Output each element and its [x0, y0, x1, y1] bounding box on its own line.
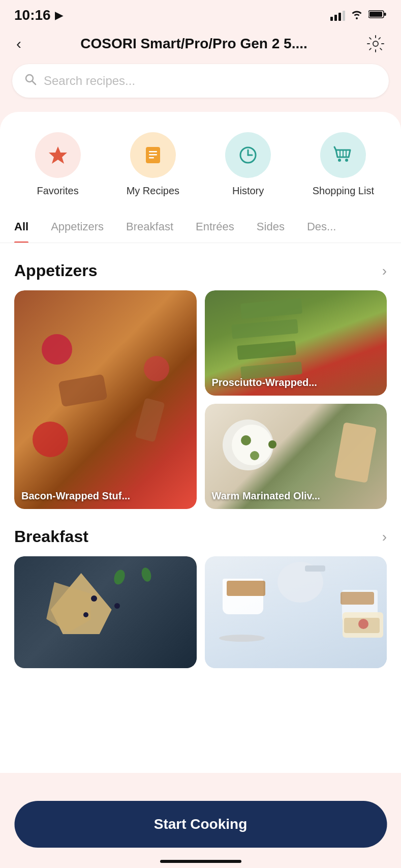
svg-point-4: [26, 75, 33, 82]
recipe-label-prosciutto: Prosciutto-Wrapped...: [212, 377, 380, 388]
tab-appetizers[interactable]: Appetizers: [40, 211, 115, 243]
svg-marker-6: [49, 146, 67, 164]
history-icon: [237, 144, 259, 166]
tab-all[interactable]: All: [14, 211, 40, 243]
appetizers-title: Appetizers: [14, 261, 98, 280]
status-time: 10:16 ▶: [14, 7, 63, 23]
svg-point-3: [373, 41, 378, 46]
shopping-list-label: Shopping List: [313, 185, 374, 197]
main-content: Favorites My Recipes Hist: [0, 112, 401, 773]
history-label: History: [232, 185, 264, 197]
page-title: COSORI Smart/Pro/Pro Gen 2 5....: [23, 36, 364, 52]
tab-entrees[interactable]: Entrées: [184, 211, 245, 243]
recipe-card-warm-olives[interactable]: Warm Marinated Oliv...: [205, 404, 387, 509]
breakfast-title: Breakfast: [14, 527, 88, 546]
svg-rect-10: [149, 157, 154, 159]
breakfast-chevron[interactable]: ›: [382, 529, 387, 545]
gear-icon: [366, 35, 385, 53]
start-cooking-button[interactable]: Start Cooking: [14, 801, 387, 848]
search-placeholder: Search recipes...: [44, 74, 135, 88]
tab-desserts[interactable]: Des...: [296, 211, 347, 243]
star-icon: [47, 144, 69, 166]
recipe-label-warm-olives: Warm Marinated Oliv...: [212, 490, 380, 502]
shopping-cart-icon: [332, 144, 354, 166]
category-history[interactable]: History: [201, 132, 296, 197]
header: ‹ COSORI Smart/Pro/Pro Gen 2 5....: [0, 27, 401, 64]
shopping-icon-bg: [320, 132, 366, 178]
history-icon-bg: [225, 132, 271, 178]
svg-rect-1: [369, 12, 382, 17]
wifi-icon: [350, 9, 363, 22]
search-icon: [24, 73, 37, 88]
recipe-card-scones[interactable]: [14, 556, 197, 668]
location-icon: ▶: [55, 9, 63, 21]
svg-point-19: [345, 159, 348, 162]
recipe-card-tea[interactable]: [205, 556, 387, 668]
back-button[interactable]: ‹: [14, 33, 23, 54]
tab-sides[interactable]: Sides: [245, 211, 296, 243]
search-bar[interactable]: Search recipes...: [12, 64, 389, 98]
start-cooking-container: Start Cooking: [14, 801, 387, 848]
svg-rect-9: [149, 154, 157, 156]
my-recipes-icon-bg: [130, 132, 176, 178]
category-favorites[interactable]: Favorites: [10, 132, 105, 197]
category-my-recipes[interactable]: My Recipes: [105, 132, 200, 197]
filter-tabs: All Appetizers Breakfast Entrées Sides D…: [0, 211, 401, 243]
status-icons: [330, 9, 387, 22]
recipe-card-bacon-wrapped[interactable]: Bacon-Wrapped Stuf...: [14, 290, 197, 509]
favorites-label: Favorites: [37, 185, 79, 197]
battery-icon: [368, 9, 387, 22]
settings-button[interactable]: [364, 33, 387, 55]
recipe-label-bacon-wrapped: Bacon-Wrapped Stuf...: [21, 490, 190, 502]
breakfast-section-header: Breakfast ›: [0, 509, 401, 556]
home-indicator: [160, 860, 241, 863]
svg-point-18: [338, 159, 341, 162]
my-recipes-label: My Recipes: [127, 185, 179, 197]
svg-rect-2: [384, 13, 386, 16]
search-container: Search recipes...: [0, 64, 401, 112]
categories-row: Favorites My Recipes Hist: [0, 112, 401, 211]
svg-line-5: [33, 81, 36, 84]
recipe-card-prosciutto[interactable]: Prosciutto-Wrapped...: [205, 290, 387, 396]
signal-icon: [330, 10, 345, 21]
status-bar: 10:16 ▶: [0, 0, 401, 27]
svg-line-14: [334, 147, 336, 150]
tab-breakfast[interactable]: Breakfast: [115, 211, 184, 243]
appetizers-section-header: Appetizers ›: [0, 243, 401, 290]
appetizers-grid: Bacon-Wrapped Stuf... Prosciutto-Wrapped…: [0, 290, 401, 509]
svg-rect-8: [149, 151, 157, 153]
category-shopping-list[interactable]: Shopping List: [296, 132, 391, 197]
appetizers-chevron[interactable]: ›: [382, 263, 387, 279]
favorites-icon-bg: [35, 132, 81, 178]
breakfast-grid: [0, 556, 401, 668]
recipes-icon: [142, 144, 164, 166]
